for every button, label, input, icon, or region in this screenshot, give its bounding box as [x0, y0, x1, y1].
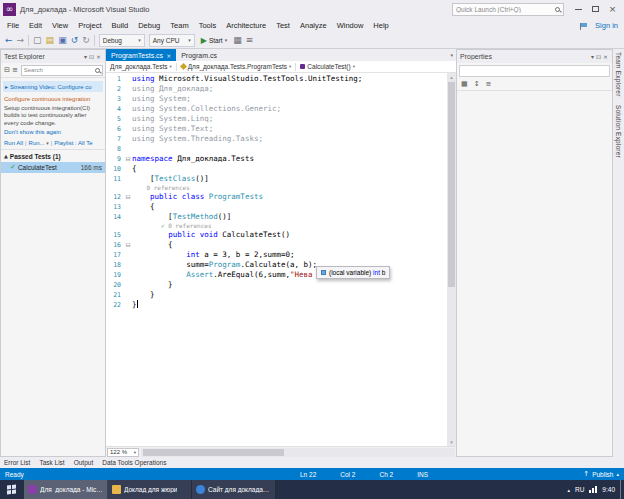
vertical-scrollbar[interactable]: ▴ ▾	[447, 73, 456, 446]
menu-item-architecture[interactable]: Architecture	[221, 19, 271, 32]
code-line[interactable]: 8	[106, 144, 447, 154]
code-line[interactable]: 15 public void CalculateTest()	[106, 230, 447, 240]
test-row[interactable]: ✓CalculateTest166 ms	[1, 162, 105, 173]
configure-ci-link[interactable]: Configure continuous integration	[4, 96, 102, 104]
language-indicator[interactable]: RU	[575, 486, 584, 493]
code-line[interactable]: 3using System;	[106, 94, 447, 104]
code-line[interactable]: 7using System.Threading.Tasks;	[106, 134, 447, 144]
start-debugging-button[interactable]: ▶ Start ▾	[199, 36, 229, 45]
maximize-button[interactable]	[587, 3, 604, 16]
start-button[interactable]	[0, 480, 24, 499]
streaming-video-link[interactable]: Streaming Video: Configure co	[10, 84, 92, 90]
menu-item-file[interactable]: File	[2, 19, 24, 32]
menu-item-edit[interactable]: Edit	[24, 19, 47, 32]
code-line[interactable]: 20 }	[106, 280, 447, 290]
taskbar-button[interactable]: Сайт для доклада н...	[192, 480, 276, 499]
collapse-region-icon[interactable]: ⊟	[124, 240, 132, 250]
code-line[interactable]: 21 }	[106, 290, 447, 300]
pin-icon[interactable]: ⊡	[88, 53, 95, 60]
code-line[interactable]: 19 Assert.AreEqual(6,summ,"Нева	[106, 270, 447, 280]
document-tab[interactable]: ProgramTests.cs×	[106, 49, 176, 61]
bottom-tab-output[interactable]: Output	[74, 459, 94, 466]
code-line[interactable]: 1using Microsoft.VisualStudio.TestTools.…	[106, 74, 447, 84]
menu-item-window[interactable]: Window	[332, 19, 369, 32]
code-line[interactable]: 18 summ=Program.Calculate(a, b);	[106, 260, 447, 270]
codelens-line[interactable]: ✓ 0 references	[106, 222, 447, 230]
code-line[interactable]: 16⊟ {	[106, 240, 447, 250]
show-desktop-button[interactable]	[620, 480, 624, 499]
code-line[interactable]: 22}	[106, 300, 447, 310]
pin-icon[interactable]: ⊡	[595, 53, 602, 60]
sign-in-link[interactable]: Sign in	[595, 21, 618, 30]
minimize-button[interactable]	[570, 3, 587, 16]
passed-tests-group-header[interactable]: ▲ Passed Tests (1)	[1, 151, 105, 162]
quick-launch-input[interactable]	[456, 6, 553, 13]
save-icon[interactable]: ▣	[58, 36, 67, 45]
scroll-up-icon[interactable]: ▴	[447, 73, 456, 81]
breadcrumb-segment[interactable]: CalculateTest()▾	[296, 61, 359, 72]
vertical-scrollbar-thumb[interactable]	[448, 82, 455, 287]
code-line[interactable]: 13 {	[106, 202, 447, 212]
bottom-tab-task-list[interactable]: Task List	[39, 459, 64, 466]
run-menu-link[interactable]: Run... ▾	[29, 140, 49, 146]
bottom-tab-data-tools-operations[interactable]: Data Tools Operations	[102, 459, 166, 466]
publish-button[interactable]: ↑ Publish ▴	[583, 470, 619, 478]
collapse-region-icon[interactable]: ⊟	[124, 192, 132, 202]
close-button[interactable]: ×	[604, 3, 621, 16]
breadcrumb-segment[interactable]: Для_доклада.Tests.ProgramTests▾	[177, 61, 296, 72]
test-search-input[interactable]	[24, 67, 93, 73]
taskbar-button[interactable]: Для_доклада - Micr...	[24, 480, 108, 499]
clock[interactable]: 9:40	[602, 486, 615, 493]
run-all-link[interactable]: Run All	[4, 140, 23, 146]
dismiss-link[interactable]: Don't show this again	[4, 129, 102, 137]
build-icon[interactable]: ▦	[233, 36, 242, 45]
code-line[interactable]: 6using System.Text;	[106, 124, 447, 134]
menu-item-project[interactable]: Project	[73, 19, 106, 32]
streaming-video-banner[interactable]: ▸ Streaming Video: Configure co	[3, 81, 103, 92]
breadcrumb-segment[interactable]: Для_доклада.Tests▾	[106, 61, 176, 72]
side-tab-team-explorer[interactable]: Team Explorer	[615, 52, 622, 97]
code-line[interactable]: 10{	[106, 164, 447, 174]
property-pages-icon[interactable]: ≡	[485, 80, 493, 88]
horizontal-scrollbar-thumb[interactable]	[143, 449, 284, 456]
menu-item-test[interactable]: Test	[271, 19, 295, 32]
code-line[interactable]: 2using Для_доклада;	[106, 84, 447, 94]
zoom-control[interactable]: 122 % ▾	[107, 448, 139, 457]
menu-item-tools[interactable]: Tools	[194, 19, 222, 32]
collapse-all-icon[interactable]: ⊟	[3, 66, 11, 74]
more-commands-icon[interactable]: ≡	[246, 36, 254, 45]
playlist-link[interactable]: Playlist : All Te	[54, 140, 92, 146]
scroll-down-icon[interactable]: ▾	[447, 438, 456, 446]
group-by-icon[interactable]: ≡	[11, 66, 19, 74]
alphabetical-icon[interactable]: ↕	[473, 80, 481, 88]
codelens-line[interactable]: 0 references	[106, 184, 447, 192]
categorized-icon[interactable]: ▦	[460, 80, 469, 88]
menu-item-help[interactable]: Help	[368, 19, 393, 32]
menu-item-analyze[interactable]: Analyze	[295, 19, 332, 32]
solution-platforms-dropdown[interactable]: Any CPU ▾	[149, 34, 195, 47]
horizontal-scrollbar[interactable]	[141, 448, 455, 457]
side-tab-solution-explorer[interactable]: Solution Explorer	[615, 105, 622, 158]
tray-expand-icon[interactable]: ▴	[567, 487, 570, 493]
solution-configurations-dropdown[interactable]: Debug ▾	[99, 34, 145, 47]
code-line[interactable]: 17 int a = 3, b = 2,summ=0;	[106, 250, 447, 260]
nav-back-icon[interactable]: ←	[5, 36, 13, 45]
code-line[interactable]: 11 [TestClass()]	[106, 174, 447, 184]
code-line[interactable]: 4using System.Collections.Generic;	[106, 104, 447, 114]
undo-icon[interactable]: ↺	[71, 36, 79, 45]
network-icon[interactable]	[589, 486, 597, 493]
code-line[interactable]: 5using System.Linq;	[106, 114, 447, 124]
tab-list-chevron-icon[interactable]: ▾	[447, 49, 456, 61]
notifications-flag-icon[interactable]	[581, 23, 587, 27]
menu-item-build[interactable]: Build	[107, 19, 134, 32]
menu-item-debug[interactable]: Debug	[133, 19, 165, 32]
collapse-region-icon[interactable]: ⊟	[124, 154, 132, 164]
menu-item-team[interactable]: Team	[165, 19, 193, 32]
close-icon[interactable]: ×	[602, 53, 609, 60]
menu-item-view[interactable]: View	[47, 19, 73, 32]
code-line[interactable]: 9⊟namespace Для_доклада.Tests	[106, 154, 447, 164]
properties-object-dropdown[interactable]	[459, 65, 610, 77]
code-editor[interactable]: 1using Microsoft.VisualStudio.TestTools.…	[106, 73, 456, 446]
test-search-box[interactable]	[21, 65, 103, 76]
open-file-icon[interactable]: ▤	[46, 36, 55, 45]
